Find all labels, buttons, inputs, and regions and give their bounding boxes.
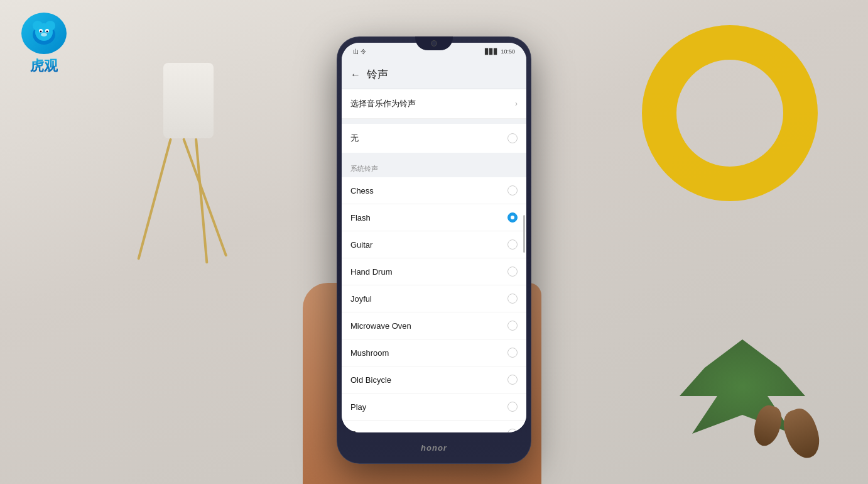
time-display: ▊▊▊ 10:50 bbox=[485, 48, 515, 55]
battery-icon: ▊▊▊ bbox=[485, 48, 498, 55]
ringtone-item-guitar[interactable]: Guitar bbox=[342, 231, 526, 258]
ringtone-name-joyful: Joyful bbox=[350, 294, 372, 304]
svg-point-7 bbox=[46, 31, 48, 33]
page-title: 铃声 bbox=[367, 67, 388, 82]
ringtone-list: Chess Flash Guitar Hand Drum bbox=[342, 177, 526, 432]
ringtone-name-old-bicycle: Old Bicycle bbox=[350, 375, 391, 385]
svg-point-3 bbox=[35, 23, 53, 41]
chevron-right-icon: › bbox=[515, 99, 518, 108]
ringtone-name-chess: Chess bbox=[350, 186, 374, 195]
ringtone-name-flash: Flash bbox=[350, 213, 371, 223]
ringtone-item-toy[interactable]: Toy bbox=[342, 421, 526, 432]
ringtone-name-mushroom: Mushroom bbox=[350, 348, 389, 358]
ringtone-item-old-bicycle[interactable]: Old Bicycle bbox=[342, 366, 526, 393]
tiger-logo-circle bbox=[21, 13, 67, 54]
scrollbar-track bbox=[523, 215, 525, 253]
none-label: 无 bbox=[350, 133, 359, 144]
tiger-logo: 虎观 bbox=[13, 13, 75, 75]
tiger-logo-icon bbox=[25, 14, 63, 52]
ringtone-radio-play[interactable] bbox=[507, 402, 518, 412]
ringtone-item-chess[interactable]: Chess bbox=[342, 177, 526, 204]
ringtone-radio-chess[interactable] bbox=[507, 185, 518, 195]
svg-point-6 bbox=[40, 31, 42, 33]
tiger-label-text: 虎观 bbox=[30, 57, 58, 75]
honor-logo: honor bbox=[421, 443, 447, 453]
ringtone-item-microwave-oven[interactable]: Microwave Oven bbox=[342, 312, 526, 339]
ringtone-radio-flash[interactable] bbox=[507, 212, 518, 223]
none-option-row[interactable]: 无 bbox=[342, 124, 526, 153]
ringtone-radio-microwave-oven[interactable] bbox=[507, 321, 518, 331]
yellow-ring-decoration bbox=[642, 25, 818, 201]
phone-notch bbox=[415, 36, 453, 50]
back-button[interactable]: ← bbox=[350, 69, 361, 80]
ringtone-item-mushroom[interactable]: Mushroom bbox=[342, 339, 526, 366]
ringtone-name-guitar: Guitar bbox=[350, 240, 372, 250]
ringtone-item-flash[interactable]: Flash bbox=[342, 204, 526, 231]
time-text: 10:50 bbox=[501, 48, 515, 55]
ringtone-item-play[interactable]: Play bbox=[342, 393, 526, 421]
ringtone-name-hand-drum: Hand Drum bbox=[350, 267, 392, 277]
signal-indicator: 山 令 bbox=[353, 48, 366, 56]
svg-point-8 bbox=[41, 33, 47, 36]
select-music-label: 选择音乐作为铃声 bbox=[350, 98, 416, 109]
ringtone-name-toy: Toy bbox=[350, 429, 363, 433]
ringtone-item-hand-drum[interactable]: Hand Drum bbox=[342, 258, 526, 285]
ringtone-radio-joyful[interactable] bbox=[507, 294, 518, 304]
section-header: 系统铃声 bbox=[342, 158, 526, 177]
none-radio-button[interactable] bbox=[507, 133, 518, 143]
phone-camera bbox=[431, 40, 437, 47]
lamp-decoration bbox=[163, 63, 214, 138]
select-music-row[interactable]: 选择音乐作为铃声 › bbox=[342, 89, 526, 119]
ringtone-radio-mushroom[interactable] bbox=[507, 348, 518, 358]
app-header: ← 铃声 bbox=[342, 60, 526, 89]
ringtone-radio-toy[interactable] bbox=[507, 429, 518, 432]
ringtone-radio-hand-drum[interactable] bbox=[507, 267, 518, 277]
ringtone-name-microwave-oven: Microwave Oven bbox=[350, 321, 411, 331]
ringtone-name-play: Play bbox=[350, 402, 366, 412]
phone-body: 山 令 ▊▊▊ 10:50 ← 铃声 选择音乐作为铃声 › bbox=[337, 36, 531, 464]
phone-screen: 山 令 ▊▊▊ 10:50 ← 铃声 选择音乐作为铃声 › bbox=[342, 43, 526, 432]
ringtone-radio-old-bicycle[interactable] bbox=[507, 375, 518, 385]
content-area[interactable]: 选择音乐作为铃声 › 无 系统铃声 Chess bbox=[342, 89, 526, 432]
section-header-label: 系统铃声 bbox=[350, 165, 378, 172]
ringtone-radio-guitar[interactable] bbox=[507, 239, 518, 250]
ringtone-item-joyful[interactable]: Joyful bbox=[342, 285, 526, 312]
